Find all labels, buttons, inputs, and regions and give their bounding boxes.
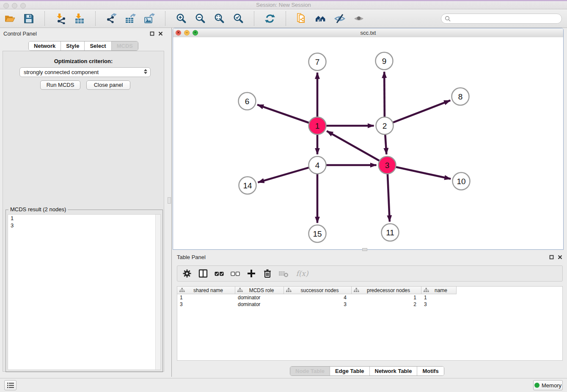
mcds-result-textarea[interactable]: 13 — [8, 214, 161, 370]
tab-select[interactable]: Select — [84, 41, 111, 50]
zoom-out-icon[interactable] — [193, 11, 207, 26]
edge-2-3[interactable] — [385, 133, 386, 154]
run-mcds-button[interactable]: Run MCDS — [40, 80, 80, 90]
node-label-1: 1 — [315, 121, 320, 130]
edge-4-14[interactable] — [258, 167, 310, 182]
memory-button[interactable]: Memory — [533, 380, 563, 390]
refresh-layout-icon[interactable] — [263, 11, 277, 26]
node-label-8: 8 — [458, 92, 463, 101]
search-box[interactable] — [441, 14, 562, 24]
float-table-panel-icon[interactable] — [549, 255, 554, 259]
network-window-titlebar[interactable]: ✕ − + scc.txt — [173, 28, 563, 38]
column-header-successor-nodes[interactable]: successor nodes — [284, 287, 352, 294]
optimization-criterion-value: strongly connected component — [24, 69, 99, 75]
edge-3-1[interactable] — [327, 131, 381, 162]
list-icon — [7, 382, 14, 389]
network-view[interactable]: 7968124314101511 — [173, 37, 563, 249]
select-arrows-icon — [144, 69, 147, 74]
control-panel-title: Control Panel — [3, 30, 37, 37]
table-row[interactable]: 1dominator411 — [177, 294, 562, 301]
column-header-shared-name[interactable]: shared name — [177, 287, 235, 294]
hide-panel-icon[interactable] — [333, 11, 347, 26]
table-panel-title: Table Panel — [177, 254, 206, 260]
mcds-result-title: MCDS result (2 nodes) — [8, 206, 68, 213]
table-toolbar: f(x) — [177, 265, 563, 282]
column-header-name[interactable]: name — [421, 287, 457, 294]
column-header-mcds-role[interactable]: MCDS role — [235, 287, 284, 294]
import-table-icon[interactable] — [72, 11, 87, 26]
tab-node-table[interactable]: Node Table — [290, 367, 330, 375]
tab-mcds[interactable]: MCDS — [111, 41, 138, 50]
edge-3-11[interactable] — [388, 172, 390, 221]
mcds-result-group: MCDS result (2 nodes) 13 — [6, 210, 163, 372]
export-network-icon[interactable] — [104, 11, 118, 26]
edge-2-9[interactable] — [384, 72, 385, 118]
column-header-predecessor-nodes[interactable]: predecessor nodes — [352, 287, 421, 294]
node-label-6: 6 — [245, 97, 250, 106]
table-cell[interactable]: 1 — [352, 294, 421, 301]
tab-style[interactable]: Style — [61, 41, 84, 50]
table-cell[interactable]: 4 — [284, 294, 352, 301]
float-panel-icon[interactable] — [150, 31, 154, 36]
table-cell[interactable]: 1 — [421, 294, 457, 301]
node-table[interactable]: shared nameMCDS rolesuccessor nodesprede… — [177, 286, 563, 361]
tab-edge-table[interactable]: Edge Table — [330, 367, 369, 375]
edge-1-6[interactable] — [257, 105, 310, 123]
table-panel: Table Panel f(x) shared nameMCDS rol — [173, 252, 567, 378]
table-cell[interactable]: 2 — [352, 301, 421, 308]
select-all-icon[interactable] — [214, 268, 225, 279]
save-session-icon[interactable] — [22, 11, 36, 26]
add-row-icon[interactable] — [246, 268, 257, 279]
mcds-result-line: 1 — [8, 215, 160, 222]
edge-3-10[interactable] — [394, 167, 451, 179]
fit-content-icon[interactable] — [212, 11, 226, 26]
export-image-icon[interactable] — [142, 11, 157, 26]
close-table-panel-icon[interactable] — [558, 255, 562, 259]
show-panel-icon[interactable] — [352, 11, 366, 26]
zoom-in-icon[interactable] — [174, 11, 188, 26]
home-icon[interactable] — [314, 11, 328, 26]
toolbar-separator — [286, 11, 286, 26]
node-label-3: 3 — [385, 161, 390, 170]
status-menu-button[interactable] — [4, 380, 17, 390]
import-network-icon[interactable] — [53, 11, 68, 26]
deselect-all-icon[interactable] — [230, 268, 241, 279]
horizontal-split-grip[interactable] — [362, 248, 367, 251]
search-input[interactable] — [453, 15, 561, 22]
control-panel-tabs: NetworkStyleSelectMCDS — [28, 41, 138, 51]
share-network-icon[interactable] — [295, 11, 309, 26]
open-session-icon[interactable] — [3, 11, 17, 26]
toolbar-separator — [44, 11, 45, 26]
table-row[interactable]: 3dominator323 — [177, 301, 562, 308]
table-cell[interactable]: 3 — [421, 301, 457, 308]
optimization-criterion-label: Optimization criterion: — [3, 58, 164, 64]
tab-motifs[interactable]: Motifs — [417, 367, 443, 375]
memory-label: Memory — [542, 382, 561, 389]
hierarchy-icon — [179, 288, 185, 293]
toolbar-separator — [254, 11, 254, 26]
table-cell[interactable]: dominator — [235, 294, 284, 301]
network-window: ✕ − + scc.txt 7968124314101511 — [173, 28, 564, 250]
app-titlebar: Session: New Session — [0, 0, 567, 9]
tab-network-table[interactable]: Network Table — [369, 367, 417, 375]
panel-divider[interactable] — [171, 28, 172, 377]
table-settings-icon[interactable] — [182, 268, 193, 279]
close-panel-icon[interactable] — [158, 31, 163, 36]
table-cell[interactable]: 1 — [177, 294, 235, 301]
optimization-criterion-select[interactable]: strongly connected component — [19, 67, 151, 77]
delete-row-icon[interactable] — [262, 268, 273, 279]
tab-network[interactable]: Network — [29, 41, 61, 50]
result-scrollbar[interactable] — [155, 215, 160, 370]
export-table-icon[interactable] — [123, 11, 138, 26]
network-window-title: scc.txt — [173, 30, 563, 36]
table-body: 1dominator4113dominator323 — [177, 294, 562, 308]
edge-2-8[interactable] — [391, 100, 450, 123]
zoom-selected-icon[interactable] — [231, 11, 245, 26]
table-cell[interactable]: 3 — [284, 301, 352, 308]
table-cell[interactable]: dominator — [235, 301, 284, 308]
table-cell[interactable]: 3 — [177, 301, 235, 308]
panel-divider-handle[interactable] — [168, 197, 171, 204]
network-graph[interactable]: 7968124314101511 — [173, 37, 563, 249]
show-column-icon[interactable] — [198, 268, 209, 279]
close-panel-button[interactable]: Close panel — [86, 80, 130, 90]
